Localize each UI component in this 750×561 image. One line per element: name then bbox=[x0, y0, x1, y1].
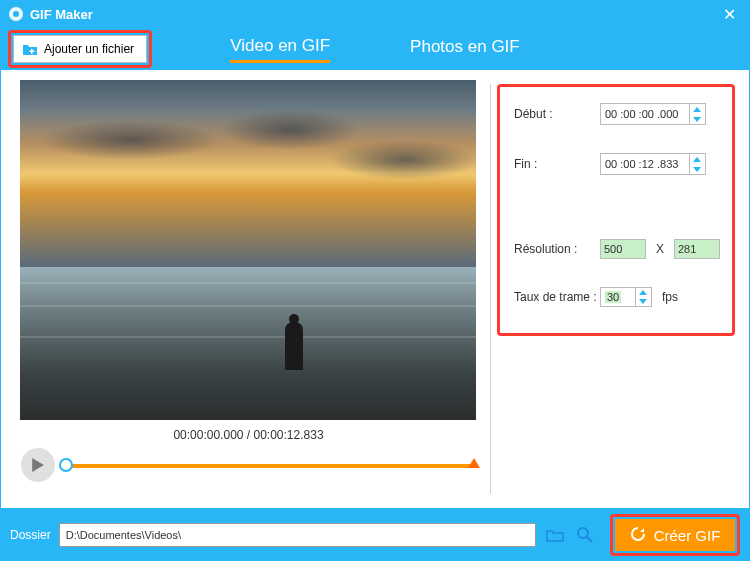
settings-pane: Début : 00 :00 :00 .000 Fin : 00 :00 :12… bbox=[491, 70, 749, 508]
resolution-x: X bbox=[656, 242, 664, 256]
svg-line-5 bbox=[587, 537, 592, 542]
start-time-input[interactable]: 00 :00 :00 .000 bbox=[600, 103, 706, 125]
add-file-button[interactable]: Ajouter un fichier bbox=[13, 35, 147, 63]
tab-photos-to-gif[interactable]: Photos en GIF bbox=[410, 37, 520, 61]
playhead[interactable] bbox=[59, 458, 73, 472]
output-path-input[interactable]: D:\Documentes\Videos\ bbox=[59, 523, 536, 547]
chevron-down-icon bbox=[690, 114, 705, 124]
trim-end-handle[interactable] bbox=[468, 458, 480, 468]
chevron-up-icon bbox=[636, 288, 651, 297]
highlight-settings: Début : 00 :00 :00 .000 Fin : 00 :00 :12… bbox=[497, 84, 735, 336]
start-label: Début : bbox=[514, 107, 600, 121]
create-gif-label: Créer GIF bbox=[654, 527, 721, 544]
footer: Dossier D:\Documentes\Videos\ Créer GIF bbox=[0, 508, 750, 561]
end-time-input[interactable]: 00 :00 :12 .833 bbox=[600, 153, 706, 175]
time-display: 00:00:00.000 / 00:00:12.833 bbox=[173, 428, 323, 442]
fps-unit: fps bbox=[662, 290, 678, 304]
main-area: 00:00:00.000 / 00:00:12.833 Début : 00 :… bbox=[0, 70, 750, 508]
row-end: Fin : 00 :00 :12 .833 bbox=[514, 153, 720, 175]
fps-input[interactable]: 30 bbox=[600, 287, 652, 307]
close-icon[interactable]: ✕ bbox=[717, 5, 742, 24]
tab-video-to-gif[interactable]: Video en GIF bbox=[230, 36, 330, 63]
chevron-down-icon bbox=[636, 297, 651, 306]
end-label: Fin : bbox=[514, 157, 600, 171]
chevron-up-icon bbox=[690, 154, 705, 164]
browse-folder-button[interactable] bbox=[544, 524, 566, 546]
end-spinner[interactable] bbox=[689, 154, 705, 174]
playback-controls bbox=[19, 448, 478, 482]
title-bar: GIF Maker ✕ bbox=[0, 0, 750, 28]
height-input[interactable]: 281 bbox=[674, 239, 720, 259]
folder-plus-icon bbox=[22, 42, 38, 56]
chevron-down-icon bbox=[690, 164, 705, 174]
refresh-icon bbox=[630, 526, 646, 545]
toolbar: Ajouter un fichier Video en GIF Photos e… bbox=[0, 28, 750, 70]
folder-label: Dossier bbox=[10, 528, 51, 542]
svg-point-1 bbox=[13, 11, 19, 17]
chevron-up-icon bbox=[690, 104, 705, 114]
search-button[interactable] bbox=[574, 524, 596, 546]
trim-slider[interactable] bbox=[65, 464, 476, 468]
app-icon bbox=[8, 6, 24, 22]
play-button[interactable] bbox=[21, 448, 55, 482]
start-spinner[interactable] bbox=[689, 104, 705, 124]
video-preview[interactable] bbox=[20, 80, 476, 420]
fps-spinner[interactable] bbox=[635, 288, 651, 306]
create-gif-button[interactable]: Créer GIF bbox=[615, 519, 735, 551]
row-framerate: Taux de trame : 30 fps bbox=[514, 287, 720, 307]
framerate-label: Taux de trame : bbox=[514, 290, 600, 304]
window-title: GIF Maker bbox=[30, 7, 717, 22]
row-start: Début : 00 :00 :00 .000 bbox=[514, 103, 720, 125]
svg-point-4 bbox=[578, 528, 588, 538]
preview-pane: 00:00:00.000 / 00:00:12.833 bbox=[1, 70, 490, 508]
width-input[interactable]: 500 bbox=[600, 239, 646, 259]
resolution-label: Résolution : bbox=[514, 242, 600, 256]
row-resolution: Résolution : 500 X 281 bbox=[514, 239, 720, 259]
highlight-add-file: Ajouter un fichier bbox=[8, 30, 152, 68]
svg-rect-3 bbox=[30, 51, 35, 53]
highlight-create: Créer GIF bbox=[610, 514, 740, 556]
add-file-label: Ajouter un fichier bbox=[44, 42, 134, 56]
